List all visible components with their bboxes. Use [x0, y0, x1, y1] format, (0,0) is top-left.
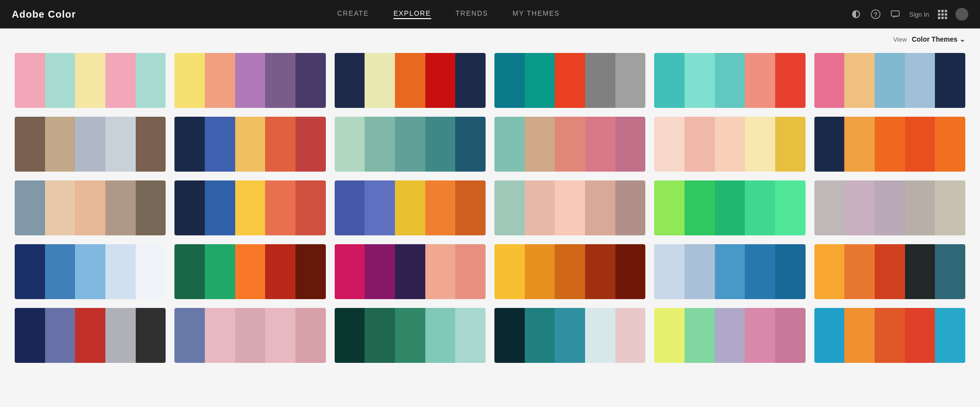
- color-swatch: [844, 244, 875, 299]
- view-select[interactable]: Color Themes ⌄: [912, 35, 965, 43]
- palette-card[interactable]: [335, 308, 486, 363]
- color-swatch: [174, 117, 205, 172]
- palette-card[interactable]: [15, 308, 166, 363]
- color-swatch: [654, 244, 685, 299]
- color-swatch: [905, 117, 935, 172]
- palette-card[interactable]: [654, 117, 805, 172]
- palette-card[interactable]: [15, 180, 166, 235]
- palette-card[interactable]: [494, 53, 645, 108]
- palette-card[interactable]: [654, 53, 805, 108]
- color-swatch: [585, 244, 615, 299]
- palette-card[interactable]: [15, 53, 166, 108]
- color-swatch: [295, 244, 326, 299]
- color-swatch: [654, 53, 685, 108]
- palette-card[interactable]: [814, 53, 965, 108]
- palette-card[interactable]: [494, 244, 645, 299]
- sign-in-button[interactable]: Sign In: [909, 11, 929, 18]
- color-swatch: [844, 53, 875, 108]
- color-swatch: [205, 308, 235, 363]
- color-swatch: [585, 53, 615, 108]
- palette-card[interactable]: [174, 180, 325, 235]
- color-swatch: [905, 180, 935, 235]
- color-swatch: [45, 180, 75, 235]
- palette-card[interactable]: [335, 117, 486, 172]
- nav-explore[interactable]: EXPLORE: [393, 9, 431, 19]
- color-swatch: [905, 53, 935, 108]
- view-bar: View Color Themes ⌄: [0, 28, 980, 48]
- nav-my-themes[interactable]: MY THEMES: [513, 9, 560, 19]
- color-swatch: [75, 117, 105, 172]
- profile-avatar[interactable]: [956, 8, 968, 21]
- color-swatch: [525, 117, 555, 172]
- palette-card[interactable]: [174, 117, 325, 172]
- palette-card[interactable]: [654, 308, 805, 363]
- color-swatch: [585, 117, 615, 172]
- palette-card[interactable]: [174, 308, 325, 363]
- color-swatch: [875, 244, 905, 299]
- palette-card[interactable]: [494, 308, 645, 363]
- color-swatch: [555, 117, 585, 172]
- color-swatch: [654, 308, 685, 363]
- color-swatch: [425, 308, 456, 363]
- color-swatch: [844, 308, 875, 363]
- color-swatch: [775, 117, 806, 172]
- color-swatch: [265, 180, 295, 235]
- palette-card[interactable]: [15, 117, 166, 172]
- palette-card[interactable]: [335, 53, 486, 108]
- color-swatch: [715, 180, 745, 235]
- color-swatch: [685, 53, 715, 108]
- color-swatch: [105, 117, 136, 172]
- color-swatch: [174, 180, 205, 235]
- palette-card[interactable]: [335, 244, 486, 299]
- palette-card[interactable]: [814, 117, 965, 172]
- color-swatch: [745, 53, 775, 108]
- palette-card[interactable]: [174, 244, 325, 299]
- color-swatch: [525, 53, 555, 108]
- color-swatch: [265, 244, 295, 299]
- palette-card[interactable]: [15, 244, 166, 299]
- palette-card[interactable]: [494, 180, 645, 235]
- color-swatch: [265, 308, 295, 363]
- color-swatch: [875, 117, 905, 172]
- color-swatch: [365, 244, 395, 299]
- color-swatch: [174, 53, 205, 108]
- palette-card[interactable]: [814, 308, 965, 363]
- color-swatch: [425, 180, 456, 235]
- color-swatch: [685, 117, 715, 172]
- color-swatch: [136, 244, 166, 299]
- svg-text:?: ?: [874, 11, 877, 18]
- palette-card[interactable]: [654, 180, 805, 235]
- color-swatch: [585, 308, 615, 363]
- palette-card[interactable]: [654, 244, 805, 299]
- apps-icon[interactable]: [938, 10, 947, 19]
- color-swatch: [105, 308, 136, 363]
- color-swatch: [525, 308, 555, 363]
- color-swatch: [585, 180, 615, 235]
- nav-create[interactable]: CREATE: [337, 9, 369, 19]
- color-swatch: [715, 244, 745, 299]
- palette-card[interactable]: [335, 180, 486, 235]
- color-swatch: [75, 180, 105, 235]
- color-swatch: [15, 117, 45, 172]
- palette-card[interactable]: [494, 117, 645, 172]
- color-swatch: [745, 180, 775, 235]
- color-swatch: [335, 244, 365, 299]
- color-swatch: [775, 308, 806, 363]
- color-swatch: [935, 180, 965, 235]
- color-swatch: [235, 53, 266, 108]
- color-swatch: [335, 180, 365, 235]
- nav-trends[interactable]: TRENDS: [456, 9, 489, 19]
- navigation: Adobe Color CREATE EXPLORE TRENDS MY THE…: [0, 0, 980, 28]
- color-swatch: [814, 180, 845, 235]
- color-swatch: [395, 180, 425, 235]
- help-icon[interactable]: ?: [870, 9, 881, 20]
- color-swatch: [844, 180, 875, 235]
- color-swatch: [905, 244, 935, 299]
- chat-icon[interactable]: [890, 9, 901, 20]
- color-swatch: [615, 117, 646, 172]
- color-swatch: [425, 117, 456, 172]
- palette-card[interactable]: [814, 180, 965, 235]
- palette-card[interactable]: [814, 244, 965, 299]
- dark-mode-icon[interactable]: [851, 9, 861, 20]
- palette-card[interactable]: [174, 53, 325, 108]
